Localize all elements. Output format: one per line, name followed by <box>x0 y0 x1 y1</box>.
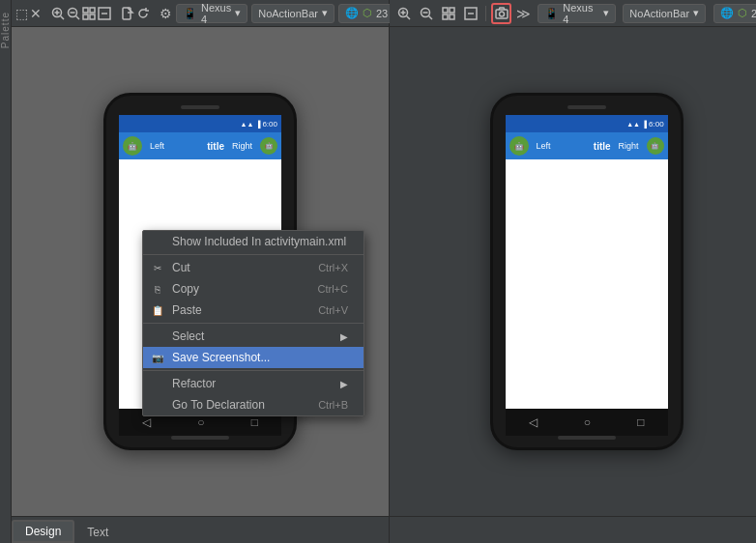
ctx-sep-1 <box>143 254 363 255</box>
right-actual-size-btn[interactable] <box>460 3 480 24</box>
time-label: 6:00 <box>262 120 277 129</box>
show-included-icon <box>151 235 164 248</box>
ctx-show-included-label: Show Included In activitymain.xml <box>172 235 346 248</box>
right-api-version-selector[interactable]: 🌐 ⬡ 23 ▾ <box>713 4 756 23</box>
ctx-paste-label: Paste <box>172 303 202 317</box>
right-battery-icon: ▐ <box>642 121 647 128</box>
battery-icon: ▐ <box>255 121 260 128</box>
ctx-select-label: Select <box>172 329 204 343</box>
ctx-copy-label: Copy <box>172 282 199 296</box>
select-arrow-icon: ▶ <box>340 331 348 342</box>
nav-recents-btn-right[interactable]: □ <box>637 415 644 429</box>
right-action-bar-selector[interactable]: NoActionBar ▾ <box>623 4 706 23</box>
status-bar-right: ▲▲ ▐ 6:00 <box>506 115 668 132</box>
nav-back-btn-right[interactable]: ◁ <box>529 415 538 429</box>
right-device-name: Nexus 4 <box>563 2 598 25</box>
action-bar-label: NoActionBar <box>258 8 318 19</box>
ctx-copy[interactable]: ⎘ Copy Ctrl+C <box>143 278 363 300</box>
chevron-down-icon: ▾ <box>235 7 241 19</box>
ctx-select[interactable]: Select ▶ <box>143 326 363 347</box>
ctx-cut[interactable]: ✂ Cut Ctrl+X <box>143 257 363 278</box>
paste-icon: 📋 <box>151 303 164 317</box>
ctx-paste-shortcut: Ctrl+V <box>318 304 348 316</box>
action-bar-title-left: title <box>207 141 224 152</box>
refactor-arrow-icon: ▶ <box>340 379 348 389</box>
refresh-btn[interactable] <box>136 3 150 24</box>
nav-recents-btn-left[interactable]: □ <box>251 415 258 429</box>
right-phone-mockup: ▲▲ ▐ 6:00 🤖 Left title Right 🤖 <box>490 93 683 450</box>
nav-home-btn-right[interactable]: ○ <box>584 415 591 429</box>
ctx-paste[interactable]: 📋 Paste Ctrl+V <box>143 300 363 321</box>
right-time-label: 6:00 <box>649 120 664 129</box>
ctx-sep-3 <box>143 370 363 371</box>
right-screenshot-btn[interactable] <box>491 3 511 24</box>
tab-text-label: Text <box>87 526 108 539</box>
right-device-chevron-icon: ▾ <box>603 7 609 19</box>
svg-line-15 <box>406 15 410 19</box>
left-design-panel: ⬚ ✕ ⚙ <box>12 0 390 543</box>
svg-line-1 <box>61 15 65 19</box>
status-bar-left: ▲▲ ▐ 6:00 <box>119 115 281 132</box>
right-zoom-in-btn[interactable] <box>393 3 414 24</box>
actual-size-btn[interactable] <box>98 3 111 24</box>
wifi-icon: ▲▲ <box>241 121 254 128</box>
zoom-in-btn[interactable] <box>51 3 65 24</box>
right-device-selector[interactable]: 📱 Nexus 4 ▾ <box>538 4 615 23</box>
ctx-show-included[interactable]: Show Included In activitymain.xml <box>143 231 363 252</box>
right-bottom-bar <box>390 516 756 543</box>
refactor-icon <box>151 377 164 390</box>
svg-rect-24 <box>450 14 454 19</box>
tab-design-label: Design <box>25 525 61 538</box>
right-api-version: 23 <box>751 8 756 19</box>
android-logo-right-phone: 🤖 <box>509 136 529 156</box>
ctx-go-to-declaration[interactable]: Go To Declaration Ctrl+B <box>143 394 363 415</box>
context-menu: Show Included In activitymain.xml ✂ Cut … <box>142 230 364 416</box>
right-globe-icon: 🌐 <box>720 7 734 19</box>
action-bar-left: 🤖 Left title Right 🤖 <box>119 132 281 159</box>
svg-rect-8 <box>90 8 95 13</box>
settings-btn[interactable]: ⚙ <box>160 3 172 24</box>
screenshot-ctx-icon: 📷 <box>151 351 164 364</box>
action-bar-right-label-right: Right <box>619 141 639 151</box>
ctx-refactor[interactable]: Refactor ▶ <box>143 373 363 394</box>
device-selector[interactable]: 📱 Nexus 4 ▾ <box>176 4 247 23</box>
right-action-bar-label: NoActionBar <box>629 8 689 19</box>
screen-content-right <box>506 159 668 409</box>
ctx-save-screenshot[interactable]: 📷 Save Screenshot... <box>143 347 363 368</box>
tab-text[interactable]: Text <box>74 520 121 543</box>
right-action-bar-chevron-icon: ▾ <box>693 7 699 19</box>
ctx-go-to-shortcut: Ctrl+B <box>318 399 348 411</box>
right-wifi-icon: ▲▲ <box>626 121 640 128</box>
svg-point-28 <box>499 12 504 16</box>
svg-rect-10 <box>90 14 95 19</box>
select-icon <box>151 329 164 343</box>
svg-line-5 <box>76 15 80 19</box>
right-device-icon: 📱 <box>544 7 559 20</box>
svg-rect-9 <box>83 14 88 19</box>
right-fit-screen-btn[interactable] <box>438 3 458 24</box>
action-bar-selector[interactable]: NoActionBar ▾ <box>251 4 334 23</box>
fit-screen-btn[interactable] <box>82 3 96 24</box>
globe-icon: 🌐 <box>345 7 359 19</box>
palette-close-btn[interactable]: ✕ <box>30 3 42 24</box>
right-android-icon: ⬡ <box>738 7 747 19</box>
right-toolbar: ≫ 📱 Nexus 4 ▾ NoActionBar ▾ 🌐 ⬡ 23 ▾ <box>390 0 756 27</box>
right-zoom-out-btn[interactable] <box>416 3 436 24</box>
phone-home-bar-right <box>558 436 616 440</box>
right-more-btn[interactable]: ≫ <box>513 3 534 24</box>
ctx-copy-shortcut: Ctrl+C <box>318 283 348 295</box>
right-design-panel: ≫ 📱 Nexus 4 ▾ NoActionBar ▾ 🌐 ⬡ 23 ▾ <box>390 0 756 543</box>
svg-rect-21 <box>443 8 448 13</box>
action-bar-right-label: Right <box>232 141 252 151</box>
nav-back-btn-left[interactable]: ◁ <box>142 415 151 429</box>
nav-home-btn-left[interactable]: ○ <box>197 415 204 429</box>
zoom-out-btn[interactable] <box>67 3 80 24</box>
go-to-icon <box>151 398 164 412</box>
ctx-go-to-label: Go To Declaration <box>172 398 265 412</box>
status-icons: ▲▲ ▐ 6:00 <box>241 120 277 129</box>
right-status-icons: ▲▲ ▐ 6:00 <box>626 120 663 129</box>
palette-toggle-btn[interactable]: ⬚ <box>15 3 28 24</box>
palette-label: Palette <box>0 12 11 48</box>
tab-design[interactable]: Design <box>12 520 74 543</box>
file-btn[interactable] <box>121 3 134 24</box>
